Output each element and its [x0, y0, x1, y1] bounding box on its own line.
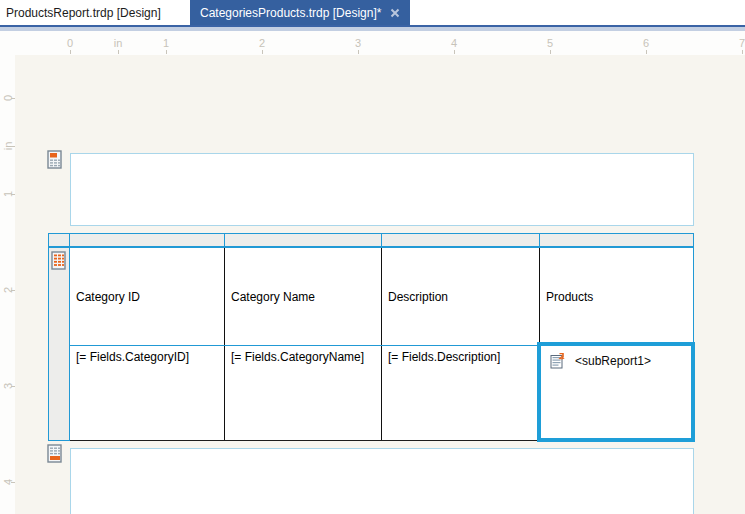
ruler-label: 3: [355, 37, 361, 49]
ruler-tick: [262, 50, 263, 54]
ruler-unit-label: in: [114, 37, 123, 49]
ruler-tick: [166, 50, 167, 54]
ruler-label: 2: [259, 37, 265, 49]
tab-label: CategoriesProducts.trdp [Design]*: [200, 6, 381, 20]
ruler-label: 7: [739, 37, 745, 49]
ruler-label: 5: [547, 37, 553, 49]
ruler-label: 1: [163, 37, 169, 49]
tab-label: ProductsReport.trdp [Design]: [6, 6, 161, 20]
design-surface[interactable]: Category ID Category Name Description Pr…: [0, 55, 745, 514]
table-data-cell[interactable]: [= Fields.CategoryName]: [225, 346, 382, 440]
ruler-tick: [358, 50, 359, 54]
ruler-tick: [11, 98, 15, 99]
tab-products-report[interactable]: ProductsReport.trdp [Design]: [0, 0, 190, 25]
subreport-icon: [550, 353, 566, 373]
horizontal-ruler: 0 in 1 2 3 4 5 6 7: [0, 31, 745, 55]
ruler-tick: [11, 482, 15, 483]
table-header-cell[interactable]: Description: [382, 248, 540, 345]
close-icon[interactable]: [389, 7, 401, 19]
page-header-icon[interactable]: [47, 150, 63, 169]
table-header-cell[interactable]: Category ID: [70, 248, 225, 345]
ruler-label: 6: [643, 37, 649, 49]
page-header-section[interactable]: [70, 153, 694, 226]
ruler-tick: [118, 50, 119, 54]
ruler-tick: [454, 50, 455, 54]
detail-section-icon[interactable]: [51, 251, 67, 270]
table-row-selector-strip[interactable]: [48, 247, 70, 441]
ruler-tick: [646, 50, 647, 54]
vertical-ruler: 0 in 1 2 3 4: [0, 31, 15, 514]
ruler-tick: [742, 50, 743, 54]
ruler-tick: [11, 194, 15, 195]
table-data-cell[interactable]: [= Fields.Description]: [382, 346, 540, 440]
column-selector[interactable]: [70, 234, 225, 246]
page-footer-section[interactable]: [70, 448, 694, 514]
ruler-tick: [11, 290, 15, 291]
table-header-cell[interactable]: Products: [540, 248, 693, 345]
ruler-label: 0: [67, 37, 73, 49]
page-footer-icon[interactable]: [47, 444, 63, 463]
ruler-tick: [550, 50, 551, 54]
ruler-tick: [11, 386, 15, 387]
subreport-label: <subReport1>: [575, 353, 651, 368]
table-header-row: Category ID Category Name Description Pr…: [70, 247, 694, 345]
ruler-tick: [70, 50, 71, 54]
column-selector[interactable]: [225, 234, 382, 246]
ruler-label: 4: [451, 37, 457, 49]
table-column-selector-strip[interactable]: [48, 233, 694, 247]
column-selector[interactable]: [540, 234, 693, 246]
tab-categories-products[interactable]: CategoriesProducts.trdp [Design]*: [190, 0, 410, 25]
table-data-cell[interactable]: [= Fields.CategoryID]: [70, 346, 225, 440]
table-corner-selector[interactable]: [49, 234, 70, 246]
table-header-cell[interactable]: Category Name: [225, 248, 382, 345]
ruler-tick: [11, 146, 15, 147]
document-tab-bar: ProductsReport.trdp [Design] CategoriesP…: [0, 0, 745, 25]
column-selector[interactable]: [382, 234, 540, 246]
subreport-item-selected[interactable]: <subReport1>: [537, 342, 695, 442]
